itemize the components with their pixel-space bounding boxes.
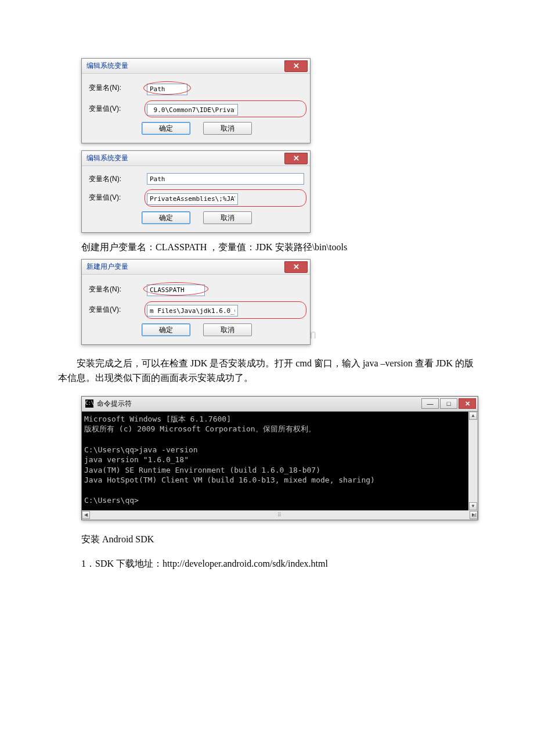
var-name-input[interactable]: [147, 84, 187, 95]
titlebar[interactable]: 新建用户变量 ✕: [82, 260, 310, 275]
scroll-up-icon[interactable]: ▲: [469, 412, 477, 420]
dialog-title: 编辑系统变量: [86, 60, 128, 71]
paragraph-check-jdk: 安装完成之后，可以在检查 JDK 是否安装成功。打开 cmd 窗口，输入 jav…: [58, 356, 476, 386]
ok-button[interactable]: 确定: [142, 211, 190, 224]
close-icon[interactable]: ✕: [284, 153, 308, 164]
close-icon[interactable]: ✕: [459, 398, 476, 409]
var-value-input[interactable]: [147, 305, 238, 316]
paragraph-sdk-url: 1．SDK 下载地址：http://developer.android.com/…: [81, 556, 476, 571]
scroll-down-icon[interactable]: ▼: [469, 502, 477, 510]
var-name-label: 变量名(N):: [89, 174, 147, 185]
horizontal-scrollbar[interactable]: ◀ ⠿ ▶: [82, 510, 478, 520]
var-name-label: 变量名(N):: [89, 82, 147, 93]
dialog-title: 编辑系统变量: [86, 153, 128, 164]
scroll-thumb[interactable]: ⠿: [277, 511, 283, 519]
cancel-button[interactable]: 取消: [203, 122, 252, 135]
close-icon[interactable]: ✕: [284, 261, 308, 273]
section-heading: 安装 Android SDK: [81, 532, 476, 547]
edit-sysvar-dialog-2: 编辑系统变量 ✕ 变量名(N): 变量值(V): 确定 取消: [81, 150, 311, 233]
var-name-label: 变量名(N):: [89, 284, 147, 295]
new-uservar-dialog: 新建用户变量 ✕ 变量名(N): 变量值(V): 确定 取消: [81, 259, 311, 344]
var-value-label: 变量值(V):: [89, 192, 147, 203]
var-value-input[interactable]: [147, 104, 238, 116]
var-value-label: 变量值(V):: [89, 304, 147, 315]
var-value-label: 变量值(V):: [89, 103, 147, 114]
var-value-input[interactable]: [147, 193, 238, 205]
var-name-input[interactable]: [147, 285, 205, 296]
maximize-icon[interactable]: □: [440, 398, 457, 409]
paragraph-classpath: 创建用户变量名：CLASSPATH ，变量值：JDK 安装路径\bin\tool…: [81, 240, 476, 255]
edit-sysvar-dialog-1: 编辑系统变量 ✕ 变量名(N): 变量值(V): 确定 取消: [81, 58, 311, 143]
cmd-window: C:\ 命令提示符 — □ ✕ Microsoft Windows [版本 6.…: [81, 396, 478, 520]
cancel-button[interactable]: 取消: [203, 323, 252, 336]
resize-grip-icon[interactable]: ◢: [472, 510, 477, 519]
close-icon[interactable]: ✕: [284, 60, 308, 72]
ok-button[interactable]: 确定: [142, 323, 190, 336]
ok-button[interactable]: 确定: [142, 122, 190, 135]
cmd-title: 命令提示符: [97, 398, 132, 409]
scroll-left-icon[interactable]: ◀: [82, 511, 90, 519]
titlebar[interactable]: 编辑系统变量 ✕: [82, 59, 310, 74]
titlebar[interactable]: 编辑系统变量 ✕: [82, 151, 310, 166]
cmd-icon: C:\: [85, 399, 93, 408]
minimize-icon[interactable]: —: [421, 398, 439, 409]
cancel-button[interactable]: 取消: [203, 211, 252, 224]
dialog-title: 新建用户变量: [86, 261, 128, 272]
cmd-output: Microsoft Windows [版本 6.1.7600] 版权所有 (c)…: [82, 412, 478, 510]
vertical-scrollbar[interactable]: ▲ ▼: [468, 412, 478, 510]
cmd-titlebar[interactable]: C:\ 命令提示符 — □ ✕: [82, 397, 478, 412]
var-name-input[interactable]: [147, 173, 304, 185]
